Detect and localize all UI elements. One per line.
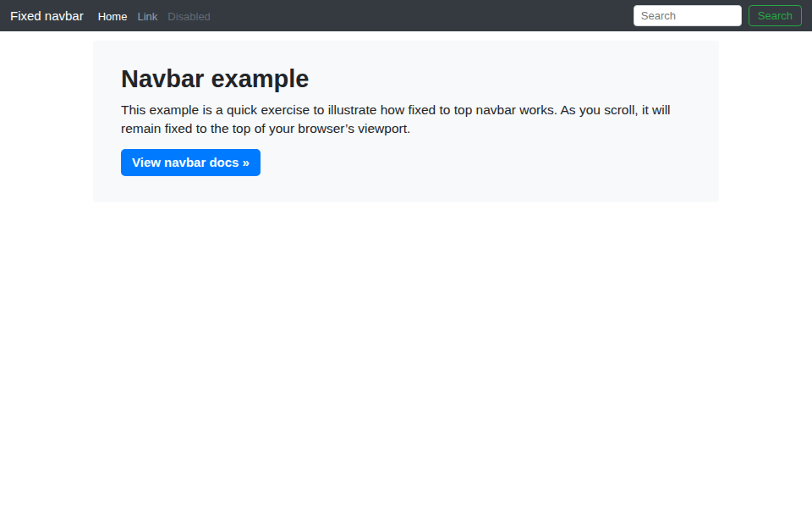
nav-link-disabled: Disabled xyxy=(162,10,216,23)
navbar-brand[interactable]: Fixed navbar xyxy=(10,8,84,23)
nav-item-home: Home xyxy=(93,8,133,24)
top-navbar: Fixed navbar Home Link Disabled Search xyxy=(0,0,812,31)
nav-item-link: Link xyxy=(132,8,162,24)
search-button[interactable]: Search xyxy=(749,5,802,26)
hero-description: This example is a quick exercise to illu… xyxy=(121,101,691,138)
nav-item-disabled: Disabled xyxy=(162,8,216,24)
search-form: Search xyxy=(634,5,802,26)
navbar-nav: Home Link Disabled xyxy=(93,8,216,24)
page-title: Navbar example xyxy=(121,64,691,94)
search-input[interactable] xyxy=(634,5,742,26)
nav-link-link[interactable]: Link xyxy=(132,10,162,23)
nav-link-home[interactable]: Home xyxy=(93,10,133,23)
view-navbar-docs-button[interactable]: View navbar docs » xyxy=(121,149,261,176)
hero-card: Navbar example This example is a quick e… xyxy=(93,41,719,202)
